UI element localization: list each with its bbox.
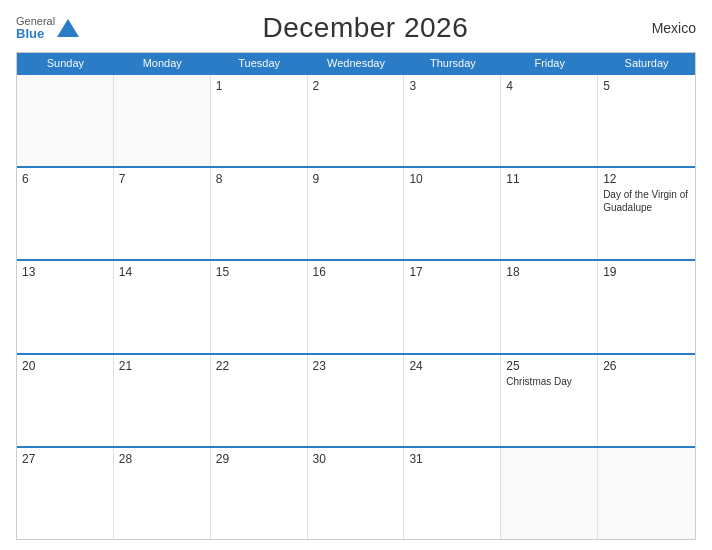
calendar-title: December 2026 — [263, 12, 469, 44]
cal-cell: 11 — [501, 168, 598, 259]
cal-cell: 24 — [404, 355, 501, 446]
cal-cell: 12Day of the Virgin of Guadalupe — [598, 168, 695, 259]
cal-day-number: 13 — [22, 265, 108, 279]
cal-cell: 29 — [211, 448, 308, 539]
cal-day-number: 12 — [603, 172, 690, 186]
cal-day-number: 25 — [506, 359, 592, 373]
cal-day-number: 20 — [22, 359, 108, 373]
header-tuesday: Tuesday — [211, 53, 308, 73]
cal-cell: 15 — [211, 261, 308, 352]
cal-event-label: Christmas Day — [506, 375, 592, 388]
week-row-1: 12345 — [17, 73, 695, 166]
cal-day-number: 11 — [506, 172, 592, 186]
header-wednesday: Wednesday — [308, 53, 405, 73]
cal-day-number: 17 — [409, 265, 495, 279]
cal-cell: 13 — [17, 261, 114, 352]
cal-day-number: 5 — [603, 79, 690, 93]
cal-day-number: 1 — [216, 79, 302, 93]
cal-cell: 18 — [501, 261, 598, 352]
calendar-body: 123456789101112Day of the Virgin of Guad… — [17, 73, 695, 539]
logo-text: General Blue — [16, 15, 55, 41]
calendar-header: Sunday Monday Tuesday Wednesday Thursday… — [17, 53, 695, 73]
cal-cell — [501, 448, 598, 539]
header-monday: Monday — [114, 53, 211, 73]
svg-marker-0 — [57, 19, 79, 37]
cal-cell: 27 — [17, 448, 114, 539]
cal-cell: 8 — [211, 168, 308, 259]
cal-cell: 10 — [404, 168, 501, 259]
header-saturday: Saturday — [598, 53, 695, 73]
cal-day-number: 22 — [216, 359, 302, 373]
cal-day-number: 30 — [313, 452, 399, 466]
header-friday: Friday — [501, 53, 598, 73]
header-thursday: Thursday — [404, 53, 501, 73]
cal-day-number: 26 — [603, 359, 690, 373]
week-row-3: 13141516171819 — [17, 259, 695, 352]
cal-cell: 5 — [598, 75, 695, 166]
cal-cell — [114, 75, 211, 166]
cal-day-number: 7 — [119, 172, 205, 186]
cal-day-number: 2 — [313, 79, 399, 93]
cal-day-number: 15 — [216, 265, 302, 279]
cal-cell: 31 — [404, 448, 501, 539]
cal-day-number: 19 — [603, 265, 690, 279]
cal-cell: 23 — [308, 355, 405, 446]
cal-day-number: 9 — [313, 172, 399, 186]
cal-event-label: Day of the Virgin of Guadalupe — [603, 188, 690, 214]
cal-day-number: 6 — [22, 172, 108, 186]
cal-cell: 22 — [211, 355, 308, 446]
cal-day-number: 18 — [506, 265, 592, 279]
cal-cell: 7 — [114, 168, 211, 259]
cal-cell: 16 — [308, 261, 405, 352]
cal-cell: 1 — [211, 75, 308, 166]
cal-cell: 20 — [17, 355, 114, 446]
cal-cell: 6 — [17, 168, 114, 259]
page: General Blue December 2026 Mexico Sunday… — [0, 0, 712, 550]
cal-cell: 30 — [308, 448, 405, 539]
cal-cell — [17, 75, 114, 166]
cal-cell: 28 — [114, 448, 211, 539]
cal-day-number: 4 — [506, 79, 592, 93]
cal-day-number: 3 — [409, 79, 495, 93]
week-row-5: 2728293031 — [17, 446, 695, 539]
cal-cell: 19 — [598, 261, 695, 352]
header-sunday: Sunday — [17, 53, 114, 73]
cal-day-number: 23 — [313, 359, 399, 373]
calendar: Sunday Monday Tuesday Wednesday Thursday… — [16, 52, 696, 540]
cal-day-number: 16 — [313, 265, 399, 279]
logo-flag-icon — [57, 17, 79, 39]
cal-cell — [598, 448, 695, 539]
country-label: Mexico — [652, 20, 696, 36]
week-row-4: 202122232425Christmas Day26 — [17, 353, 695, 446]
cal-cell: 9 — [308, 168, 405, 259]
cal-day-number: 29 — [216, 452, 302, 466]
cal-cell: 4 — [501, 75, 598, 166]
cal-day-number: 27 — [22, 452, 108, 466]
cal-day-number: 21 — [119, 359, 205, 373]
page-header: General Blue December 2026 Mexico — [16, 12, 696, 44]
cal-cell: 17 — [404, 261, 501, 352]
cal-day-number: 8 — [216, 172, 302, 186]
logo: General Blue — [16, 15, 79, 41]
cal-cell: 3 — [404, 75, 501, 166]
cal-cell: 26 — [598, 355, 695, 446]
cal-day-number: 24 — [409, 359, 495, 373]
week-row-2: 6789101112Day of the Virgin of Guadalupe — [17, 166, 695, 259]
cal-day-number: 28 — [119, 452, 205, 466]
cal-day-number: 10 — [409, 172, 495, 186]
cal-cell: 14 — [114, 261, 211, 352]
cal-day-number: 14 — [119, 265, 205, 279]
cal-cell: 2 — [308, 75, 405, 166]
cal-day-number: 31 — [409, 452, 495, 466]
cal-cell: 25Christmas Day — [501, 355, 598, 446]
cal-cell: 21 — [114, 355, 211, 446]
logo-blue: Blue — [16, 27, 55, 41]
